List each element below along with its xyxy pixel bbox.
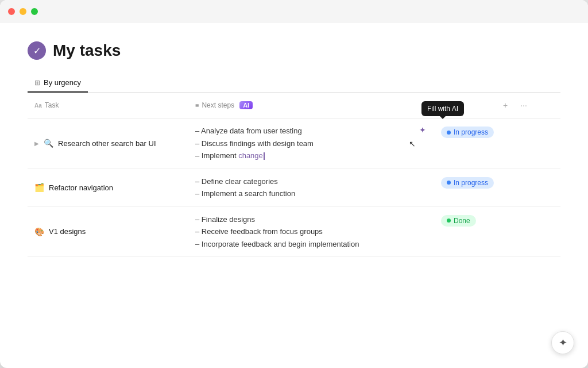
col-next-steps-label: Next steps [202,101,234,109]
page-title: My tasks [53,41,121,60]
task-emoji-2: 🗂️ [34,183,44,192]
fab-button[interactable]: ✦ [551,331,574,354]
task-name-1: Research other search bar UI [58,139,156,148]
mouse-cursor-icon: ↖ [409,139,416,148]
task-name-2: Refactor navigation [49,183,113,192]
col-task-label: Task [45,101,59,109]
header-check-icon: ✓ [28,41,46,60]
table-row: 🎨 V1 designs – Finalize designs – Receiv… [28,207,560,258]
status-dot [447,181,451,185]
grid-icon: ⊞ [34,79,40,87]
ai-fill-button[interactable]: ✦ [416,123,430,137]
status-badge-2[interactable]: In progress [441,177,494,189]
step-partial: – Implement [195,151,238,160]
tab-by-urgency[interactable]: ⊞ By urgency [28,74,88,93]
th-next-steps: ≡ Next steps AI [188,93,434,118]
text-icon: Aa [34,102,42,109]
td-next-steps-1[interactable]: – Analyze data from user testing – Discu… [188,118,434,168]
tab-label: By urgency [44,78,81,87]
main-content: ✓ My tasks ⊞ By urgency Aa Task ≡ Next s… [0,23,588,368]
close-button[interactable] [8,8,15,15]
ai-fill-wrapper: ✦ Fill with AI [416,123,430,137]
step-line: – Analyze data from user testing [195,125,302,137]
add-column-button[interactable]: + [498,98,512,112]
td-actions-3 [537,207,560,257]
td-actions-1 [537,118,560,168]
step-line: – Incorporate feedback and begin impleme… [195,239,359,250]
th-task: Aa Task [28,93,188,118]
status-dot [447,218,451,223]
td-next-steps-3[interactable]: – Finalize designs – Receive feedback fr… [188,207,434,257]
col-status-label: Status [441,101,461,109]
table-header: Aa Task ≡ Next steps AI Status + ··· [28,93,560,118]
td-next-steps-2[interactable]: – Define clear categories – Implement a … [188,169,434,206]
maximize-button[interactable] [31,8,38,15]
app-window: ✓ My tasks ⊞ By urgency Aa Task ≡ Next s… [0,0,588,368]
step-line: – Define clear categories [195,176,278,187]
table-row: 🗂️ Refactor navigation – Define clear ca… [28,169,560,207]
task-emoji-3: 🎨 [34,227,44,236]
status-label-3: Done [454,217,470,225]
tasks-table: Aa Task ≡ Next steps AI Status + ··· [28,93,560,257]
status-label-2: In progress [454,179,488,187]
td-status-1: In progress [434,118,537,168]
status-label-1: In progress [454,128,488,136]
page-header: ✓ My tasks [28,41,560,60]
minimize-button[interactable] [20,8,26,15]
td-status-3: Done [434,207,537,257]
fab-icon: ✦ [559,336,567,349]
task-name-3: V1 designs [49,227,86,236]
text-cursor [264,152,265,160]
td-actions-2 [537,169,560,206]
status-badge-1[interactable]: In progress [441,126,494,138]
th-spacer [537,93,560,118]
table-row: ▶ 🔍 Research other search bar UI – Analy… [28,118,560,169]
status-dot [447,131,451,135]
th-status: Status + ··· [434,93,537,118]
td-task-2: 🗂️ Refactor navigation [28,169,188,206]
view-tabs: ⊞ By urgency [28,74,560,93]
list-icon: ≡ [195,102,199,109]
step-highlight: change [238,151,263,160]
step-line: – Discuss findings with design team [195,138,314,150]
td-status-2: In progress [434,169,537,206]
task-emoji-1: 🔍 [44,139,53,148]
expand-icon[interactable]: ▶ [34,140,39,147]
td-task-1: ▶ 🔍 Research other search bar UI [28,118,188,168]
step-line: – Finalize designs [195,214,255,225]
step-line: – Implement a search function [195,188,295,200]
step-line: – Receive feedback from focus groups [195,226,323,237]
ai-badge: AI [239,101,253,109]
titlebar [0,0,588,23]
step-line: – Implement change [195,150,265,162]
status-badge-3[interactable]: Done [441,215,476,227]
td-task-3: 🎨 V1 designs [28,207,188,257]
more-options-button[interactable]: ··· [517,98,531,112]
